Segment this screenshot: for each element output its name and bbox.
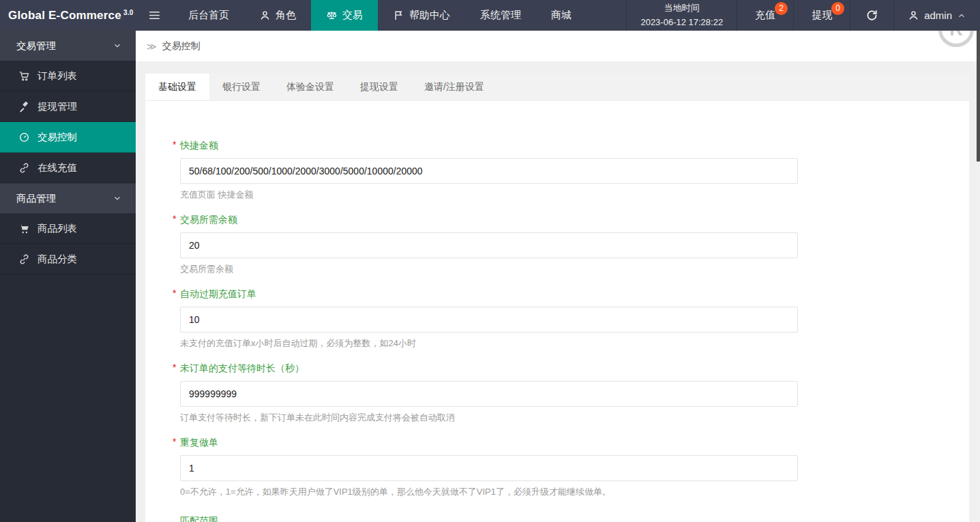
sidebar-item-label: 交易控制 — [38, 131, 77, 144]
sidebar-item-label: 订单列表 — [38, 70, 77, 82]
field-label: * 重复做单 — [180, 437, 218, 449]
nav-item-dashboard[interactable]: 后台首页 — [173, 0, 244, 31]
cart-icon — [18, 223, 30, 234]
tab-label: 邀请/注册设置 — [424, 81, 484, 93]
settings-tabbar: 基础设置 银行设置 体验金设置 提现设置 邀请/注册设置 — [145, 74, 969, 101]
sidebar-item-trade-control[interactable]: 交易控制 — [0, 122, 136, 153]
local-time-label: 当地时间 — [664, 1, 700, 15]
form-field-payment-wait-time: * 未订单的支付等待时长（秒） 订单支付等待时长，新下订单未在此时间内容完成支付… — [180, 362, 798, 424]
app-version: 3.0 — [123, 9, 134, 16]
field-label-text: 快捷金额 — [180, 140, 218, 151]
withdraw-label: 提现 — [812, 9, 832, 22]
username: admin — [924, 10, 952, 21]
gauge-icon — [18, 132, 30, 143]
form-field-required-balance: * 交易所需余额 交易所需余额 — [180, 213, 798, 275]
user-menu[interactable]: admin — [893, 0, 980, 31]
scrollbar-thumb[interactable] — [977, 31, 980, 162]
field-hint: 0=不允许，1=允许，如果昨天用户做了VIP1级别的单，那么他今天就做不了VIP… — [180, 486, 798, 498]
user-icon — [259, 10, 271, 21]
topbar-right: 当地时间 2023-06-12 17:28:22 充值 2 提现 0 admin — [626, 0, 980, 31]
tab-withdraw-settings[interactable]: 提现设置 — [347, 74, 411, 100]
field-hint: 未支付的充值订单x小时后自动过期，必须为整数，如24小时 — [180, 337, 798, 350]
required-asterisk: * — [173, 436, 176, 447]
field-label-text: 重复做单 — [180, 437, 218, 448]
form-field-repeat-order: * 重复做单 0=不允许，1=允许，如果昨天用户做了VIP1级别的单，那么他今天… — [180, 436, 798, 498]
sidebar: 交易管理 订单列表 提现管理 交易控制 在线充值 商品管理 — [0, 31, 136, 522]
field-label-text: 交易所需余额 — [180, 214, 237, 225]
field-label-text: 未订单的支付等待时长（秒） — [180, 363, 304, 373]
content-card: 基础设置 银行设置 体验金设置 提现设置 邀请/注册设置 * 快捷金额 充值页面… — [145, 74, 969, 522]
payment-wait-time-input[interactable] — [180, 381, 798, 407]
tab-trial-fund-settings[interactable]: 体验金设置 — [273, 74, 347, 100]
tab-basic-settings[interactable]: 基础设置 — [145, 74, 209, 100]
field-hint: 订单支付等待时长，新下订单未在此时间内容完成支付将会被自动取消 — [180, 412, 798, 424]
withdraw-badge: 0 — [831, 2, 844, 15]
gavel-icon — [18, 101, 30, 112]
field-label: * 自动过期充值订单 — [180, 288, 256, 301]
required-balance-input[interactable] — [180, 232, 798, 258]
sidebar-item-order-list[interactable]: 订单列表 — [0, 61, 136, 91]
nav-item-label: 后台首页 — [188, 9, 229, 22]
user-icon — [908, 10, 919, 21]
chevron-up-icon — [957, 11, 966, 20]
top-nav: 后台首页 角色 交易 帮助中心 系统管理 商城 — [173, 0, 586, 31]
sidebar-item-online-recharge[interactable]: 在线充值 — [0, 153, 136, 183]
required-asterisk: * — [173, 139, 176, 150]
form-field-quick-amount: * 快捷金额 充值页面 快捷金额 — [180, 139, 798, 201]
quick-amount-input[interactable] — [180, 158, 798, 184]
nav-item-system[interactable]: 系统管理 — [465, 0, 536, 31]
sidebar-item-label: 在线充值 — [38, 162, 77, 174]
form-field-auto-expire-order: * 自动过期充值订单 未支付的充值订单x小时后自动过期，必须为整数，如24小时 — [180, 288, 798, 350]
sidebar-group-label: 商品管理 — [16, 192, 56, 205]
form-field-match-range: 匹配范围 — [180, 515, 798, 522]
auto-expire-order-input[interactable] — [180, 307, 798, 333]
field-label: * 未订单的支付等待时长（秒） — [180, 363, 304, 375]
app-logo-text: Global E-Commerce — [8, 9, 121, 22]
tab-bank-settings[interactable]: 银行设置 — [209, 74, 273, 100]
field-label-text: 匹配范围 — [180, 515, 218, 522]
breadcrumb-title: 交易控制 — [162, 40, 201, 52]
field-label: 匹配范围 — [180, 515, 218, 522]
required-asterisk: * — [173, 213, 176, 224]
recharge-button[interactable]: 充值 2 — [737, 0, 793, 31]
link-icon — [18, 162, 30, 174]
sidebar-group-trade-management[interactable]: 交易管理 — [0, 31, 136, 61]
page-scrollbar — [977, 31, 980, 522]
refresh-icon[interactable] — [850, 0, 893, 31]
tab-label: 提现设置 — [360, 81, 398, 93]
field-label: * 快捷金额 — [180, 140, 218, 152]
sidebar-group-product-management[interactable]: 商品管理 — [0, 183, 136, 213]
nav-item-label: 系统管理 — [480, 9, 521, 22]
nav-item-help-center[interactable]: 帮助中心 — [378, 0, 465, 31]
tab-invite-register-settings[interactable]: 邀请/注册设置 — [411, 74, 497, 100]
nav-item-label: 帮助中心 — [409, 9, 450, 22]
basic-settings-form: * 快捷金额 充值页面 快捷金额 * 交易所需余额 交易所需余额 * 自动过期充… — [145, 101, 969, 522]
sidebar-item-product-list[interactable]: 商品列表 — [0, 213, 136, 244]
nav-item-trade[interactable]: 交易 — [311, 0, 378, 31]
repeat-order-input[interactable] — [180, 455, 798, 481]
app-logo: Global E-Commerce3.0 — [0, 0, 136, 31]
local-time: 当地时间 2023-06-12 17:28:22 — [626, 0, 737, 31]
chevron-down-icon — [113, 41, 122, 50]
chevron-down-icon — [113, 194, 122, 203]
sidebar-group-label: 交易管理 — [16, 40, 56, 52]
local-time-value: 2023-06-12 17:28:22 — [640, 16, 723, 29]
sidebar-item-withdraw-management[interactable]: 提现管理 — [0, 91, 136, 122]
breadcrumb-chevrons-icon: ≫ — [147, 41, 157, 52]
tab-label: 基础设置 — [158, 81, 196, 93]
breadcrumb: ≫ 交易控制 — [136, 31, 980, 61]
withdraw-button[interactable]: 提现 0 — [793, 0, 850, 31]
field-hint: 交易所需余额 — [180, 263, 798, 275]
scale-icon — [326, 10, 338, 21]
hamburger-menu-icon[interactable] — [136, 0, 173, 31]
nav-item-mall[interactable]: 商城 — [536, 0, 586, 31]
link-icon — [18, 254, 30, 265]
sidebar-item-product-category[interactable]: 商品分类 — [0, 244, 136, 275]
sidebar-item-label: 商品列表 — [38, 222, 77, 235]
topbar: Global E-Commerce3.0 后台首页 角色 交易 帮助中心 — [0, 0, 980, 31]
tab-label: 银行设置 — [222, 81, 261, 93]
nav-item-roles[interactable]: 角色 — [244, 0, 311, 31]
required-asterisk: * — [173, 362, 176, 373]
field-label: * 交易所需余额 — [180, 214, 237, 226]
field-hint: 充值页面 快捷金额 — [180, 189, 798, 201]
